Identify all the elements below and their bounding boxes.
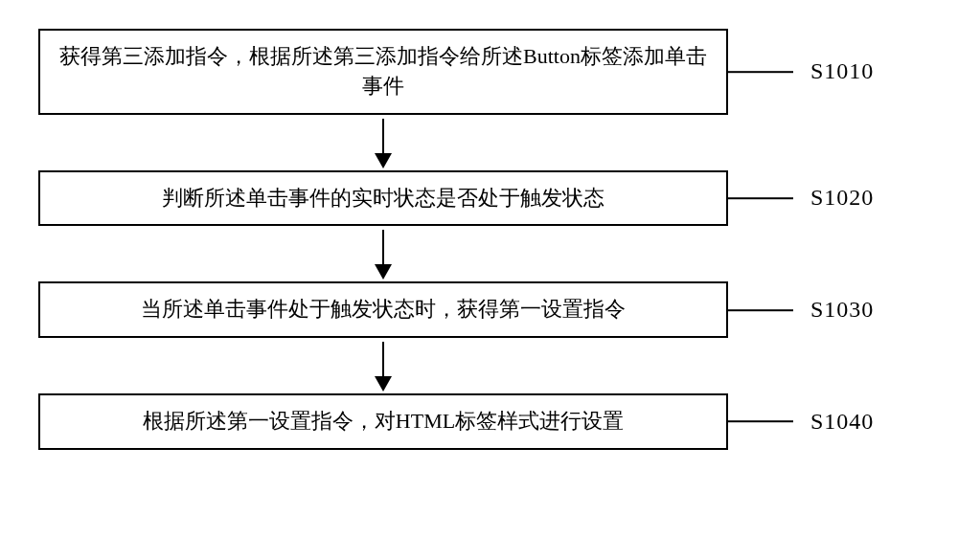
- step-text: 当所述单击事件处于触发状态时，获得第一设置指令: [141, 295, 626, 325]
- connector-line: [726, 71, 793, 73]
- step-label-row: S1020: [726, 182, 874, 214]
- arrow-down-icon: [382, 119, 384, 167]
- arrow-down-icon: [382, 230, 384, 278]
- flow-step: 判断所述单击事件的实时状态是否处于触发状态 S1020: [38, 170, 728, 227]
- flow-step: 当所述单击事件处于触发状态时，获得第一设置指令 S1030: [38, 281, 728, 338]
- flow-step: 获得第三添加指令，根据所述第三添加指令给所述Button标签添加单击事件 S10…: [38, 29, 728, 115]
- step-label: S1040: [810, 406, 874, 438]
- connector-line: [726, 197, 793, 199]
- step-label-row: S1040: [726, 406, 874, 438]
- flowchart: 获得第三添加指令，根据所述第三添加指令给所述Button标签添加单击事件 S10…: [38, 29, 728, 450]
- step-label: S1010: [810, 56, 874, 88]
- step-text: 获得第三添加指令，根据所述第三添加指令给所述Button标签添加单击事件: [59, 42, 707, 101]
- step-text: 判断所述单击事件的实时状态是否处于触发状态: [162, 184, 604, 213]
- connector-line: [726, 421, 793, 423]
- connector-line: [726, 309, 793, 311]
- arrow-down-icon: [382, 342, 384, 390]
- step-label-row: S1010: [726, 56, 874, 88]
- step-label-row: S1030: [726, 294, 874, 326]
- step-text: 根据所述第一设置指令，对HTML标签样式进行设置: [143, 407, 624, 437]
- flow-step: 根据所述第一设置指令，对HTML标签样式进行设置 S1040: [38, 393, 728, 450]
- step-label: S1030: [810, 294, 874, 326]
- step-label: S1020: [810, 182, 874, 214]
